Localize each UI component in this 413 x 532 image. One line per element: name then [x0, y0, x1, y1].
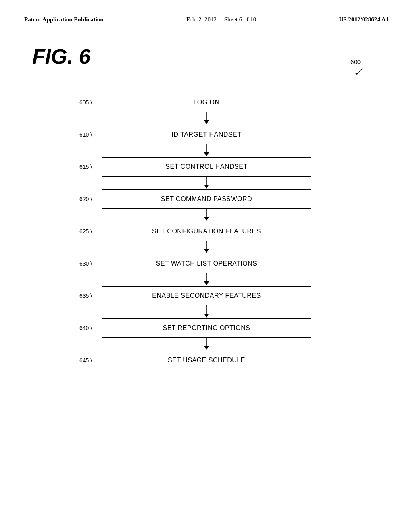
svg-marker-7	[204, 185, 209, 189]
svg-line-0	[357, 69, 363, 75]
step-box-615: SET CONTROL HANDSET	[102, 157, 311, 177]
svg-marker-3	[204, 120, 209, 124]
step-label-625: 625 \	[79, 228, 92, 235]
step-row-620: 620 \ SET COMMAND PASSWORD	[102, 189, 311, 209]
step-row-645: 645 \ SET USAGE SCHEDULE	[102, 351, 311, 370]
figure-title: FIG. 6	[32, 44, 90, 69]
arrow-down-3	[102, 177, 311, 189]
step-box-610: ID TARGET HANDSET	[102, 125, 311, 144]
step-label-645: 645 \	[79, 357, 92, 364]
step-row-605: 605 \ LOG ON	[102, 93, 311, 112]
svg-marker-11	[204, 249, 209, 253]
step-label-610: 610 \	[79, 131, 92, 138]
arrow-down-7	[102, 305, 311, 318]
svg-marker-5	[204, 152, 209, 156]
svg-marker-13	[204, 281, 209, 285]
step-box-605: LOG ON	[102, 93, 311, 112]
header-sheet: Sheet 6 of 10	[224, 16, 257, 23]
arrow-down-6	[102, 273, 311, 286]
step-box-630: SET WATCH LIST OPERATIONS	[102, 254, 311, 273]
arrow-down-1	[102, 112, 311, 125]
step-row-630: 630 \ SET WATCH LIST OPERATIONS	[102, 254, 311, 273]
arrow-down-2	[102, 144, 311, 157]
arrow-down-8	[102, 338, 311, 351]
header-date: Feb. 2, 2012	[186, 16, 217, 23]
step-row-615: 615 \ SET CONTROL HANDSET	[102, 157, 311, 177]
step-label-630: 630 \	[79, 260, 92, 267]
step-label-615: 615 \	[79, 164, 92, 170]
arrow-down-4	[102, 209, 311, 222]
step-box-635: ENABLE SECONDARY FEATURES	[102, 286, 311, 305]
step-label-640: 640 \	[79, 325, 92, 331]
step-box-625: SET CONFIGURATION FEATURES	[102, 222, 311, 241]
header-patent-number: US 2012/028624 A1	[339, 16, 389, 23]
page-header: Patent Application Publication Feb. 2, 2…	[0, 0, 413, 23]
svg-marker-15	[204, 314, 209, 318]
step-box-640: SET REPORTING OPTIONS	[102, 318, 311, 338]
step-label-635: 635 \	[79, 293, 92, 299]
step-box-645: SET USAGE SCHEDULE	[102, 351, 311, 370]
step-row-625: 625 \ SET CONFIGURATION FEATURES	[102, 222, 311, 241]
flowchart: 605 \ LOG ON 610 \ ID TARGET HANDSET 615…	[102, 93, 311, 370]
step-label-605: 605 \	[79, 99, 92, 106]
header-date-sheet: Feb. 2, 2012 Sheet 6 of 10	[186, 16, 256, 23]
step-row-635: 635 \ ENABLE SECONDARY FEATURES	[102, 286, 311, 305]
step-box-620: SET COMMAND PASSWORD	[102, 189, 311, 209]
figure-ref-number: 600	[350, 58, 361, 65]
step-row-640: 640 \ SET REPORTING OPTIONS	[102, 318, 311, 338]
arrow-600-icon	[355, 66, 367, 80]
svg-marker-17	[204, 346, 209, 350]
arrow-down-5	[102, 241, 311, 254]
step-row-610: 610 \ ID TARGET HANDSET	[102, 125, 311, 144]
header-publisher: Patent Application Publication	[24, 16, 104, 23]
svg-marker-9	[204, 217, 209, 221]
step-label-620: 620 \	[79, 196, 92, 202]
